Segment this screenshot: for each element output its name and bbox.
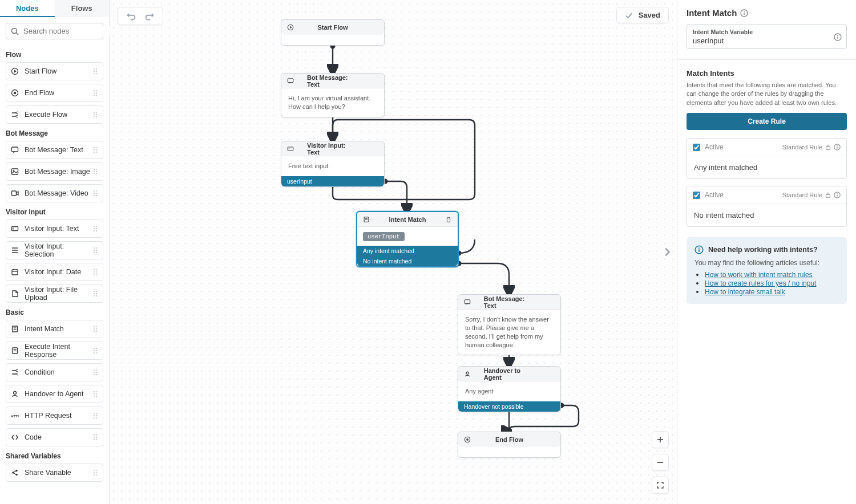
palette-item-label: Intent Match [25, 325, 92, 333]
info-icon[interactable] [740, 9, 748, 17]
info-icon[interactable] [834, 192, 841, 198]
node-title: Visitor Input: Text [307, 142, 358, 156]
agent-icon [464, 371, 471, 377]
node-output-no-matched[interactable]: No intent matched [357, 256, 458, 266]
drag-handle-icon[interactable] [92, 347, 98, 355]
search-input-wrapper[interactable] [6, 23, 103, 39]
node-visitor-input[interactable]: Visitor Input: Text Free text input user… [281, 141, 385, 187]
redo-icon [144, 11, 155, 21]
node-title: Intent Match [389, 216, 426, 223]
file-icon [11, 290, 19, 298]
tip-link-intent-rules[interactable]: How to work with intent match rules [705, 271, 813, 279]
zoom-out-button[interactable] [652, 454, 669, 471]
palette-item[interactable]: Visitor Input: Date [6, 263, 103, 281]
drag-handle-icon[interactable] [92, 168, 98, 176]
create-rule-button[interactable]: Create Rule [687, 113, 847, 130]
rule-active-checkbox[interactable] [693, 192, 700, 199]
node-output-any-matched[interactable]: Any intent matched [357, 246, 458, 256]
delete-node-button[interactable] [445, 216, 452, 223]
agent-icon [11, 390, 19, 398]
saved-indicator: Saved [616, 7, 669, 23]
calendar-icon [11, 268, 19, 276]
palette-item-label: End Flow [25, 89, 92, 97]
intent-match-variable-field[interactable]: Intent Match Variable [687, 25, 847, 49]
drag-handle-icon[interactable] [92, 412, 98, 420]
drag-handle-icon[interactable] [92, 268, 98, 276]
tip-link-yes-no[interactable]: How to create rules for yes / no input [705, 279, 816, 287]
info-icon[interactable] [834, 144, 841, 151]
node-palette[interactable]: FlowStart FlowEnd FlowExecute FlowBot Me… [0, 45, 109, 504]
tab-nodes[interactable]: Nodes [0, 0, 55, 17]
search-input[interactable] [23, 27, 119, 35]
code-icon [11, 433, 19, 441]
palette-item-label: Execute Intent Response [25, 343, 92, 359]
flow-canvas[interactable]: Saved [110, 0, 677, 504]
palette-item[interactable]: Bot Message: Video [6, 184, 103, 202]
palette-item[interactable]: Bot Message: Text [6, 141, 103, 159]
node-body-text: Hi, I am your virtual assistant. How can… [281, 88, 384, 117]
node-bot-message-2[interactable]: Bot Message: Text Sorry, I don't know th… [458, 294, 561, 355]
palette-item[interactable]: Visitor Input: Selection [6, 241, 103, 259]
palette-item[interactable]: Share Variable [6, 464, 103, 482]
node-output-userinput[interactable]: userInput [281, 176, 384, 186]
drag-handle-icon[interactable] [92, 368, 98, 376]
fullscreen-button[interactable] [652, 477, 669, 494]
tip-link-small-talk[interactable]: How to integrate small talk [705, 288, 785, 296]
drag-handle-icon[interactable] [92, 189, 98, 197]
palette-item-label: Bot Message: Text [25, 146, 92, 154]
drag-handle-icon[interactable] [92, 390, 98, 398]
branch-icon [11, 368, 19, 376]
intent-match-variable-input[interactable] [693, 36, 841, 45]
drag-handle-icon[interactable] [92, 225, 98, 233]
node-intent-match[interactable]: Intent Match userInput Any intent matche… [356, 211, 459, 267]
rule-active-checkbox[interactable] [693, 144, 700, 151]
rule-description: No intent matched [687, 204, 846, 226]
drag-handle-icon[interactable] [92, 433, 98, 441]
list-icon [11, 246, 19, 254]
palette-item[interactable]: Execute Intent Response [6, 342, 103, 360]
palette-item-label: Visitor Input: Text [25, 225, 92, 233]
info-icon[interactable] [834, 33, 842, 41]
node-bot-message-1[interactable]: Bot Message: Text Hi, I am your virtual … [281, 73, 385, 117]
search-icon [11, 27, 19, 35]
drag-handle-icon[interactable] [92, 111, 98, 119]
tab-flows[interactable]: Flows [55, 0, 110, 17]
doc-icon [11, 347, 19, 355]
drag-handle-icon[interactable] [92, 246, 98, 254]
node-end-flow[interactable]: End Flow [458, 432, 561, 458]
palette-item[interactable]: Bot Message: Image [6, 162, 103, 181]
node-handover[interactable]: Handover to Agent Any agent Handover not… [458, 366, 561, 412]
palette-item[interactable]: Condition [6, 363, 103, 381]
node-start-flow[interactable]: Start Flow [281, 19, 385, 46]
node-title: Bot Message: Text [307, 74, 358, 88]
palette-item[interactable]: Visitor Input: Text [6, 220, 103, 238]
palette-item[interactable]: End Flow [6, 84, 103, 102]
rule-card-any-intent[interactable]: Active Standard Rule Any intent matched [687, 138, 847, 179]
collapse-inspector-button[interactable] [662, 246, 673, 258]
palette-item-label: Handover to Agent [25, 390, 92, 398]
palette-item[interactable]: Execute Flow [6, 105, 103, 124]
palette-item[interactable]: Handover to Agent [6, 385, 103, 403]
rule-card-no-intent[interactable]: Active Standard Rule No intent matched [687, 186, 847, 227]
drag-handle-icon[interactable] [92, 469, 98, 477]
palette-item[interactable]: Intent Match [6, 320, 103, 338]
node-body-text: Free text input [281, 156, 384, 176]
redo-button[interactable] [144, 11, 155, 21]
drag-handle-icon[interactable] [92, 290, 98, 298]
drag-handle-icon[interactable] [92, 146, 98, 154]
zoom-in-button[interactable] [652, 431, 669, 448]
input-icon [11, 225, 19, 233]
drag-handle-icon[interactable] [92, 89, 98, 97]
node-output-handover-not-possible[interactable]: Handover not possible [458, 401, 560, 412]
drag-handle-icon[interactable] [92, 67, 98, 75]
palette-item[interactable]: HTTP Request [6, 407, 103, 425]
standard-rule-label: Standard Rule [782, 192, 822, 198]
drag-handle-icon[interactable] [92, 325, 98, 333]
palette-item[interactable]: Start Flow [6, 62, 103, 80]
tip-title: Need help working with intents? [708, 246, 818, 254]
doc-icon [363, 216, 370, 223]
palette-item-label: Condition [25, 368, 92, 376]
palette-item[interactable]: Code [6, 428, 103, 446]
palette-item[interactable]: Visitor Input: File Upload [6, 284, 103, 303]
undo-button[interactable] [126, 11, 136, 21]
